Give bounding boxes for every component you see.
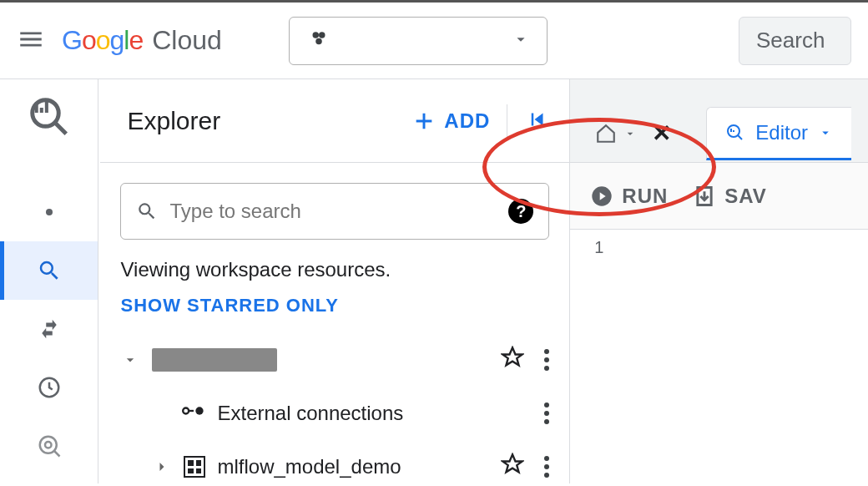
clock-icon: [37, 375, 62, 400]
plus-icon: [412, 109, 436, 133]
code-editor[interactable]: 1: [570, 230, 868, 483]
caret-down-icon: [512, 30, 530, 52]
show-starred-button[interactable]: SHOW STARRED ONLY: [100, 286, 569, 333]
external-connections-label: External connections: [217, 402, 403, 425]
chevron-down-icon[interactable]: [120, 352, 140, 368]
play-circle-icon: [590, 185, 613, 208]
chevron-right-icon[interactable]: [152, 458, 172, 475]
home-tab[interactable]: [595, 123, 637, 144]
tab-bar: ✕ Editor: [570, 79, 868, 163]
save-download-icon: [693, 185, 716, 208]
hex-dots-icon: [306, 27, 331, 55]
svg-point-6: [196, 407, 204, 414]
caret-down-icon: [818, 125, 833, 140]
search-icon: [37, 258, 62, 283]
run-label: RUN: [622, 185, 668, 208]
save-button[interactable]: SAV: [693, 185, 767, 208]
home-icon: [595, 123, 617, 144]
dot-icon: [46, 209, 53, 215]
svg-point-0: [312, 32, 319, 38]
star-icon[interactable]: [501, 453, 524, 481]
dataset-row[interactable]: mlflow_model_demo: [120, 440, 549, 486]
editor-toolbar: RUN SAV: [570, 163, 868, 230]
close-icon[interactable]: ✕: [652, 119, 671, 147]
svg-point-4: [39, 437, 56, 453]
collapse-panel-button[interactable]: [524, 107, 549, 135]
kebab-menu-icon[interactable]: [544, 456, 549, 478]
line-number: 1: [570, 230, 612, 483]
kebab-menu-icon[interactable]: [544, 349, 549, 371]
search-placeholder: Type to search: [169, 200, 300, 223]
svg-point-2: [315, 38, 322, 44]
run-button[interactable]: RUN: [590, 185, 668, 208]
svg-point-7: [184, 408, 189, 414]
external-connection-icon: [182, 399, 205, 428]
explorer-panel: Explorer ADD Type to search ? Viewing wo…: [98, 79, 570, 483]
dataset-icon: [184, 456, 205, 478]
add-button[interactable]: ADD: [412, 109, 490, 133]
svg-point-1: [319, 32, 326, 38]
external-connections-row[interactable]: External connections: [120, 387, 549, 440]
kebab-menu-icon[interactable]: [544, 402, 549, 424]
project-row[interactable]: [120, 333, 549, 387]
target-icon: [37, 433, 62, 458]
search-label: Search: [756, 28, 825, 53]
menu-icon[interactable]: [17, 25, 45, 57]
left-rail: [0, 79, 98, 483]
save-label: SAV: [724, 185, 767, 208]
google-cloud-logo: Google Cloud: [62, 25, 222, 56]
explorer-search-input[interactable]: Type to search ?: [120, 183, 549, 240]
star-icon[interactable]: [501, 346, 524, 374]
caret-down-icon: [623, 127, 637, 140]
top-header: Google Cloud Search: [0, 3, 868, 79]
project-picker[interactable]: [289, 17, 548, 65]
transfer-arrows-icon: [37, 316, 62, 342]
help-icon[interactable]: ?: [508, 199, 533, 224]
explorer-header: Explorer ADD: [100, 79, 569, 163]
dataset-label: mlflow_model_demo: [217, 455, 401, 478]
viewing-workspace-text: Viewing workspace resources.: [100, 246, 569, 286]
editor-tab-label: Editor: [755, 121, 808, 144]
search-icon: [136, 200, 158, 222]
bigquery-logo-icon[interactable]: [27, 94, 72, 143]
query-icon: [725, 123, 745, 143]
svg-point-5: [45, 442, 52, 448]
editor-tab[interactable]: Editor: [706, 107, 851, 160]
rail-item-history[interactable]: [0, 358, 98, 417]
divider: [507, 104, 507, 138]
rail-item-dot[interactable]: [0, 183, 98, 241]
rail-item-target[interactable]: [0, 417, 98, 475]
resource-tree: External connections mlflow_model_demo: [100, 333, 569, 486]
explorer-title: Explorer: [127, 107, 220, 135]
rail-item-transfers[interactable]: [0, 300, 98, 358]
header-search[interactable]: Search: [739, 17, 851, 65]
chevron-first-icon: [524, 107, 549, 132]
editor-panel: ✕ Editor RUN SAV 1: [570, 79, 868, 483]
rail-item-search[interactable]: [0, 241, 98, 300]
project-name-redacted: [152, 348, 277, 372]
add-label: ADD: [444, 109, 490, 133]
